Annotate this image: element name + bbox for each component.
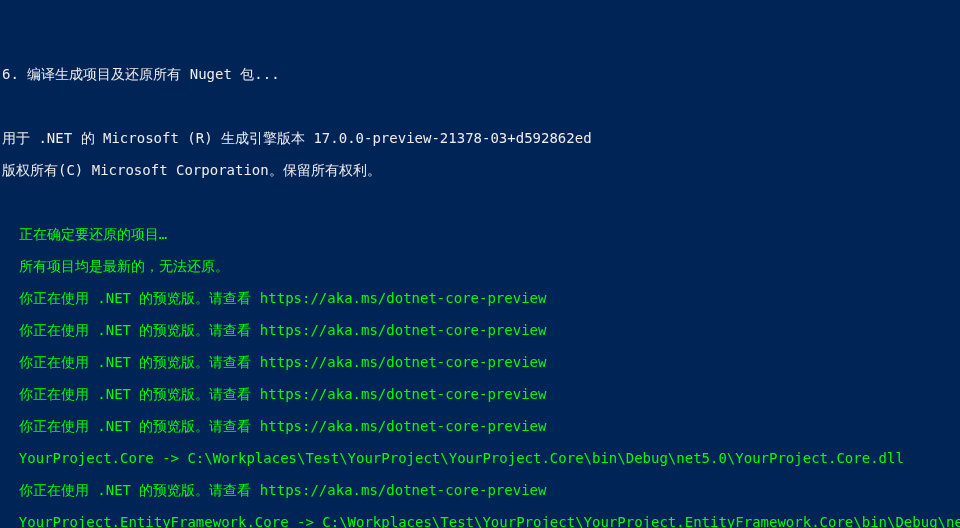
preview-warning: 你正在使用 .NET 的预览版。请查看 https://aka.ms/dotne… [2,290,958,306]
build-engine-line: 用于 .NET 的 Microsoft (R) 生成引擎版本 17.0.0-pr… [2,130,958,146]
preview-warning: 你正在使用 .NET 的预览版。请查看 https://aka.ms/dotne… [2,386,958,402]
copyright-line: 版权所有(C) Microsoft Corporation。保留所有权利。 [2,162,958,178]
step-header: 6. 编译生成项目及还原所有 Nuget 包... [2,66,958,82]
blank-line [2,98,958,114]
blank-line [2,194,958,210]
build-output-core: YourProject.Core -> C:\Workplaces\Test\Y… [2,450,958,466]
preview-warning: 你正在使用 .NET 的预览版。请查看 https://aka.ms/dotne… [2,322,958,338]
build-output-efcore: YourProject.EntityFramework.Core -> C:\W… [2,514,958,528]
restore-determining: 正在确定要还原的项目… [2,226,958,242]
preview-warning: 你正在使用 .NET 的预览版。请查看 https://aka.ms/dotne… [2,418,958,434]
restore-uptodate: 所有项目均是最新的，无法还原。 [2,258,958,274]
preview-warning: 你正在使用 .NET 的预览版。请查看 https://aka.ms/dotne… [2,354,958,370]
preview-warning: 你正在使用 .NET 的预览版。请查看 https://aka.ms/dotne… [2,482,958,498]
